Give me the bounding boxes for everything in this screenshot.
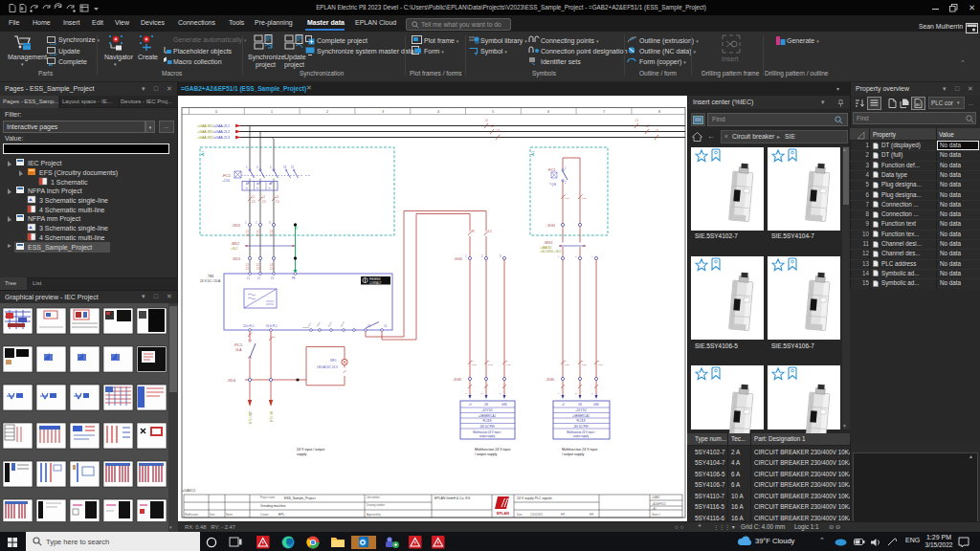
svg-text:L2: L2 (262, 195, 265, 199)
svg-text:24 In PLC: 24 In PLC (243, 324, 255, 328)
svg-text:L-: L- (598, 360, 600, 363)
svg-text:NFPA Inch Project: NFPA Inch Project (28, 187, 82, 195)
svg-text:L1: L1 (246, 230, 249, 233)
svg-text:L3: L3 (497, 129, 500, 133)
svg-text:1: 1 (245, 221, 247, 225)
svg-text:EPLAN GmbH & Co. KG: EPLAN GmbH & Co. KG (434, 496, 470, 500)
svg-text:3: 3 (500, 392, 501, 395)
svg-text:2.5: 2.5 (252, 200, 256, 204)
svg-text:=GAB2: =GAB2 (652, 496, 660, 499)
svg-text:ESS_Sample_Project: ESS_Sample_Project (284, 496, 316, 500)
svg-text:2.5: 2.5 (276, 200, 279, 204)
svg-text:-WG1: -WG1 (544, 241, 552, 245)
svg-text:Multifunction 24 V input /: Multifunction 24 V input / (567, 430, 595, 434)
svg-text:2: 2 (575, 392, 577, 395)
svg-text:=GAB1|1: =GAB1|1 (182, 489, 196, 493)
svg-text:2.5: 2.5 (270, 233, 274, 237)
svg-text:1: 1 (465, 392, 467, 395)
svg-text:8: 8 (658, 110, 660, 114)
svg-text:EPLAN: EPLAN (497, 512, 509, 516)
svg-text:Drawing number: Drawing number (367, 503, 385, 507)
svg-text:OUT1: OUT1 (327, 320, 333, 328)
svg-text:Multifunction 24 V input /: Multifunction 24 V input / (473, 430, 501, 434)
svg-text:-XD4: -XD4 (227, 378, 236, 383)
svg-text:21: 21 (291, 165, 294, 169)
svg-text:GND: GND (501, 403, 507, 407)
svg-text:2.5: 2.5 (246, 267, 250, 271)
svg-text:3: 3 (269, 221, 271, 225)
svg-text:7: 7 (603, 110, 605, 114)
svg-text:14: 14 (384, 324, 387, 328)
svg-text:-XG1: -XG1 (454, 256, 463, 261)
svg-text:SIE.5SY4102-7: SIE.5SY4102-7 (695, 232, 738, 239)
svg-text:-A1: -A1 (200, 150, 205, 157)
svg-text:=GENERIC.A1: =GENERIC.A1 (572, 414, 590, 418)
svg-text:L2: L2 (256, 263, 259, 267)
svg-text:SIE.5SY4104-7: SIE.5SY4104-7 (771, 232, 814, 239)
svg-text:4244: 4244 (316, 321, 322, 328)
svg-text:13: 13 (283, 165, 286, 169)
svg-text:L3: L3 (270, 263, 273, 267)
svg-text:2.5: 2.5 (488, 230, 492, 233)
svg-text:IEC Project: IEC Project (28, 160, 61, 167)
svg-text:TB1: TB1 (208, 275, 214, 278)
svg-text:1: 1 (271, 110, 273, 114)
svg-text:output supply: output supply (573, 434, 590, 438)
svg-text:I>: I> (246, 187, 249, 190)
svg-text:Grinding machine: Grinding machine (260, 504, 286, 508)
svg-text:L2: L2 (491, 124, 494, 128)
svg-text:+GAA.W1/: +GAA.W1/ (197, 136, 213, 140)
svg-text:2: 2 (481, 254, 483, 258)
svg-text:Job number: Job number (367, 496, 380, 499)
svg-text:16 A: 16 A (235, 348, 242, 352)
svg-text:3 Schematic single-line: 3 Schematic single-line (39, 197, 108, 205)
svg-text:0V / 5.0: 0V / 5.0 (269, 411, 273, 422)
svg-text:Name: Name (226, 513, 233, 517)
svg-text:PLC8.8: PLC8.8 (577, 419, 586, 423)
svg-text:=GAA-2L2: =GAA-2L2 (213, 130, 230, 134)
svg-text:+GL2-WG5 +GL3: +GL2-WG5 +GL3 (540, 250, 561, 253)
svg-text:1 Schematic: 1 Schematic (51, 179, 88, 186)
svg-text:2.5: 2.5 (246, 233, 250, 237)
svg-text:24V DC PS9: 24V DC PS9 (573, 425, 589, 429)
svg-text:2: 2 (565, 181, 567, 185)
svg-text:-XG1: -XG1 (546, 223, 556, 228)
svg-text:+: + (558, 255, 560, 258)
svg-text:0.75: 0.75 (488, 364, 493, 366)
svg-text:-A1: -A1 (530, 150, 535, 157)
svg-text:L+: L+ (472, 360, 475, 363)
svg-text:2: 2 (481, 392, 483, 395)
svg-text:Date: Date (517, 513, 523, 517)
svg-text:0.75: 0.75 (506, 364, 511, 366)
svg-text:+GAA.W1/: +GAA.W1/ (197, 124, 213, 128)
svg-text:12/14/2021: 12/14/2021 (530, 513, 544, 517)
svg-text:EPL: EPL (590, 513, 594, 517)
svg-text:+2.5/4: +2.5/4 (222, 179, 230, 183)
svg-text:L1: L1 (247, 276, 250, 280)
svg-text:+V: +V (561, 403, 565, 407)
svg-text:0: 0 (215, 110, 217, 114)
svg-text:1: 1 (558, 392, 560, 395)
svg-text:PE: PE (295, 226, 299, 230)
svg-text:+A2: +A2 (652, 507, 657, 511)
svg-text:2: 2 (256, 221, 257, 225)
svg-text:24 V supply PLC signals: 24 V supply PLC signals (517, 496, 552, 500)
svg-text:F1: F1 (472, 230, 476, 233)
svg-text:24V DC PS9: 24V DC PS9 (479, 425, 495, 429)
svg-text:L2: L2 (257, 276, 260, 280)
svg-text:0.75: 0.75 (565, 364, 569, 366)
svg-text:L1: L1 (252, 195, 255, 199)
svg-text:+: + (591, 255, 593, 258)
svg-text:0.75: 0.75 (582, 364, 587, 366)
svg-text:Date: Date (210, 513, 215, 517)
svg-text:Modification: Modification (185, 513, 198, 517)
svg-text:1: 1 (565, 166, 567, 170)
svg-text:4 Schematic multi-line: 4 Schematic multi-line (39, 207, 105, 213)
svg-text:-FC1: -FC1 (222, 173, 232, 178)
svg-text:3: 3 (382, 110, 384, 114)
svg-text:Sheet 1: Sheet 1 (652, 513, 660, 517)
svg-text:Signal: Signal (302, 326, 309, 329)
svg-text:1: 1 (465, 254, 467, 258)
svg-text:GND: GND (593, 403, 599, 407)
svg-text:L-: L- (582, 193, 584, 196)
